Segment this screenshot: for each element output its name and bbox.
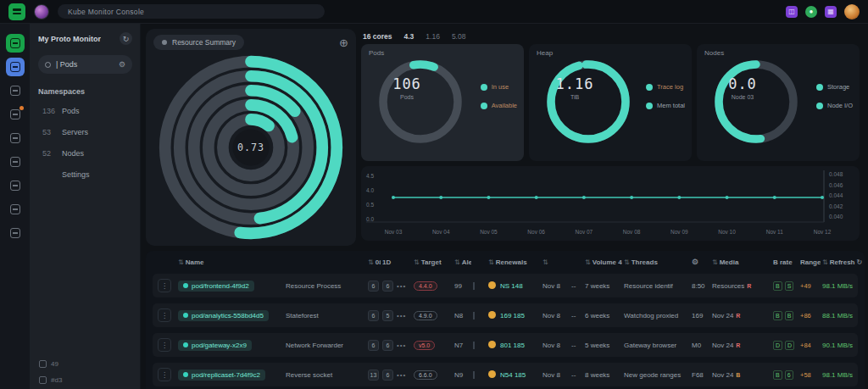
header-range[interactable]: Range [800, 258, 821, 266]
row-expander-button[interactable]: ⋮ [158, 308, 171, 322]
table-row[interactable]: ⋮pod/analytics-558bd4d5Stateforest65•••4… [153, 303, 858, 327]
status-badge: S [785, 281, 794, 291]
more-dots-icon[interactable]: ••• [397, 371, 406, 379]
rail-panel-5-icon[interactable] [6, 176, 25, 195]
rail-panel-7-icon[interactable] [6, 224, 25, 242]
search-settings-icon[interactable]: ⚙ [119, 60, 125, 69]
row-checkbox[interactable] [473, 312, 475, 320]
legend-dot-icon [481, 103, 487, 109]
sidebar-footer-item-0[interactable]: 49 [39, 360, 62, 368]
refresh-value: 88.1 MB/s [822, 312, 853, 320]
rail-panel-1-icon[interactable] [6, 81, 25, 100]
cell-age: 5 weeks [585, 342, 622, 349]
sidebar-search-input[interactable]: | Pods ⚙ [38, 55, 132, 74]
header-desc[interactable]: ⇅Threads [624, 258, 690, 266]
table-row[interactable]: ⋮pod/frontend-4f9d2Resource Process66•••… [153, 274, 858, 297]
radial-summary-panel: Resource Summary ⊕ 0.73 [146, 29, 356, 246]
header-load[interactable]: ⇅Renewals [488, 258, 541, 266]
row-checkbox[interactable] [473, 342, 475, 349]
cell-ver: v5.0 [414, 341, 453, 350]
app-logo-icon[interactable] [8, 3, 25, 20]
warning-dot-icon [488, 281, 496, 289]
range-value: +84 [800, 342, 811, 349]
sidebar-item-servers[interactable]: 53Servers [42, 128, 132, 136]
target-icon[interactable]: ⊕ [339, 37, 348, 48]
header-ver[interactable]: ⇅Target [414, 258, 453, 266]
gauge-donut [710, 56, 802, 147]
header-label: Media [720, 258, 739, 266]
cell-type: Resource Process [286, 282, 366, 290]
cell-dots: ••• [397, 342, 412, 349]
header-cpu[interactable]: ⇅08 [368, 258, 381, 266]
rail-dashboard-icon[interactable] [6, 58, 25, 76]
profile-icon[interactable] [844, 4, 860, 19]
main-content: Resource Summary ⊕ 0.73 16 cores4.31.165… [141, 24, 868, 389]
rail-panel-4-icon[interactable] [6, 153, 25, 171]
header-label: Target [421, 258, 442, 266]
pod-name-link[interactable]: pod/analytics-558bd4d5 [178, 310, 269, 321]
header-badges[interactable]: B rate [773, 258, 798, 266]
header-name[interactable]: ⇅Name [178, 258, 284, 266]
cell-chk [473, 342, 487, 349]
legend-item: Node I/O [816, 102, 853, 109]
title-bar[interactable]: Kube Monitor Console [58, 4, 325, 19]
item-count: 53 [42, 128, 55, 136]
apps-icon[interactable]: ▦ [825, 6, 837, 18]
dashboard-glyph-icon [10, 62, 20, 72]
cell-badges: BB [773, 311, 798, 320]
table-row[interactable]: ⋮pod/replicaset-7d4f9c2Reverse socket136… [153, 363, 858, 386]
rail-panel-6-icon[interactable] [6, 200, 25, 219]
pod-name-link[interactable]: pod/frontend-4f9d2 [178, 281, 254, 292]
resource-summary-label: Resource Summary [172, 38, 236, 47]
node-value: Nov 24 [712, 342, 733, 349]
sidebar-refresh-icon[interactable]: ↻ [120, 32, 132, 45]
rail-panel-3-icon[interactable] [6, 129, 25, 147]
legend-label: Mem total [657, 102, 685, 109]
column-settings-icon[interactable]: ⚙ [692, 258, 698, 266]
legend-label: Trace log [657, 83, 683, 91]
pod-name-link[interactable]: pod/gateway-x2x9 [178, 340, 252, 351]
header-date[interactable]: ⇅ [542, 258, 570, 266]
gauge-card-pods: Pods106PodsIn useAvailable [361, 44, 524, 161]
pod-name: pod/gateway-x2x9 [192, 342, 247, 349]
item-count: 136 [42, 107, 55, 115]
row-expander-button[interactable]: ⋮ [158, 338, 171, 352]
more-dots-icon[interactable]: ••• [397, 342, 406, 349]
legend-dot-icon [481, 84, 487, 91]
header-age[interactable]: ⇅Volume 4B [585, 258, 622, 266]
table-row[interactable]: ⋮pod/gateway-x2x9Network Forwarder66•••v… [153, 333, 858, 357]
pod-name-link[interactable]: pod/replicaset-7d4f9c2 [178, 370, 265, 381]
item-count: 52 [42, 149, 55, 158]
header-num[interactable]: ⚙ [692, 258, 710, 266]
header-node[interactable]: ⇅Media [712, 258, 771, 266]
sidebar-item-nodes[interactable]: 52Nodes [42, 149, 132, 158]
cell-name: pod/frontend-4f9d2 [178, 281, 284, 292]
cell-dash: -- [571, 282, 583, 290]
resource-summary-button[interactable]: Resource Summary [153, 35, 244, 50]
sidebar-item-settings[interactable]: Settings [42, 170, 132, 179]
pod-name: pod/replicaset-7d4f9c2 [192, 371, 260, 379]
header-pods[interactable]: ⇅Alerts [454, 258, 471, 266]
header-refresh[interactable]: ⇅Refresh↻ [822, 258, 865, 266]
refresh-icon[interactable]: ↻ [857, 258, 863, 266]
status-icon[interactable]: ● [805, 6, 817, 18]
workspace-avatar[interactable] [34, 4, 49, 19]
sidebar-footer-item-1[interactable]: #d3 [39, 376, 62, 384]
extension-icon[interactable]: ◫ [786, 6, 798, 18]
mem-count-badge: 6 [382, 370, 393, 381]
radial-center-value: 0.73 [237, 142, 264, 153]
pod-dot-icon [183, 313, 188, 318]
cpu-count-badge: 6 [368, 281, 379, 292]
more-dots-icon[interactable]: ••• [397, 282, 406, 290]
row-expander-button[interactable]: ⋮ [158, 279, 171, 292]
row-expander-button[interactable]: ⋮ [158, 368, 171, 381]
cell-range: +84 [800, 342, 821, 349]
rail-logo-icon[interactable] [6, 34, 25, 53]
row-checkbox[interactable] [473, 371, 475, 379]
row-checkbox[interactable] [473, 282, 475, 290]
rail-panel-2-icon[interactable] [6, 105, 25, 124]
cell-mem: 6 [382, 281, 395, 292]
sidebar-item-pods[interactable]: 136Pods [42, 107, 132, 115]
header-mem[interactable]: 1D [382, 258, 395, 266]
more-dots-icon[interactable]: ••• [397, 312, 406, 320]
